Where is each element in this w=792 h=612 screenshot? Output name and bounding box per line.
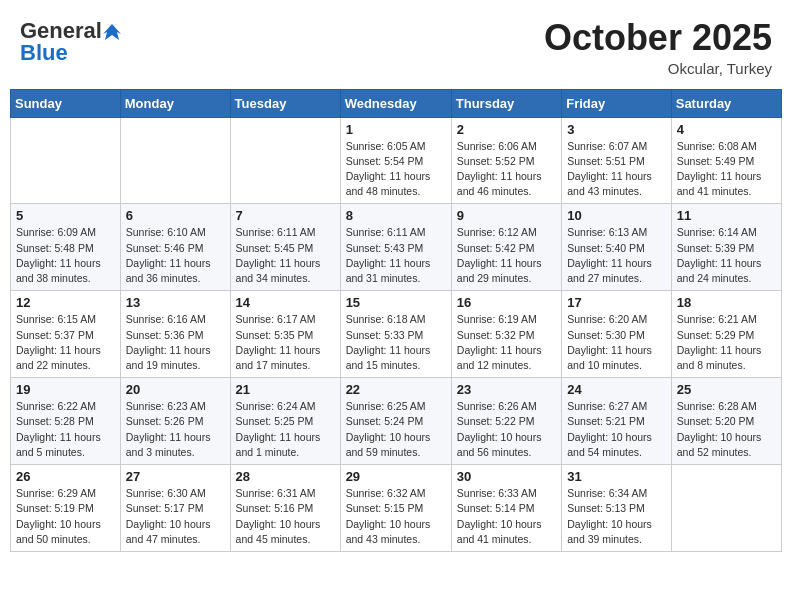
calendar-cell: 24Sunrise: 6:27 AMSunset: 5:21 PMDayligh…: [562, 378, 672, 465]
calendar-cell: [230, 117, 340, 204]
calendar-cell: 29Sunrise: 6:32 AMSunset: 5:15 PMDayligh…: [340, 465, 451, 552]
weekday-header-tuesday: Tuesday: [230, 89, 340, 117]
day-number: 25: [677, 382, 776, 397]
calendar-cell: 8Sunrise: 6:11 AMSunset: 5:43 PMDaylight…: [340, 204, 451, 291]
day-number: 21: [236, 382, 335, 397]
calendar-cell: 21Sunrise: 6:24 AMSunset: 5:25 PMDayligh…: [230, 378, 340, 465]
day-number: 27: [126, 469, 225, 484]
day-info: Sunrise: 6:32 AMSunset: 5:15 PMDaylight:…: [346, 486, 446, 547]
day-info: Sunrise: 6:18 AMSunset: 5:33 PMDaylight:…: [346, 312, 446, 373]
day-number: 24: [567, 382, 666, 397]
day-info: Sunrise: 6:10 AMSunset: 5:46 PMDaylight:…: [126, 225, 225, 286]
calendar-cell: 17Sunrise: 6:20 AMSunset: 5:30 PMDayligh…: [562, 291, 672, 378]
calendar-week-row: 26Sunrise: 6:29 AMSunset: 5:19 PMDayligh…: [11, 465, 782, 552]
day-info: Sunrise: 6:11 AMSunset: 5:45 PMDaylight:…: [236, 225, 335, 286]
weekday-header-monday: Monday: [120, 89, 230, 117]
calendar-cell: 11Sunrise: 6:14 AMSunset: 5:39 PMDayligh…: [671, 204, 781, 291]
month-title: October 2025: [544, 18, 772, 58]
day-number: 19: [16, 382, 115, 397]
day-info: Sunrise: 6:25 AMSunset: 5:24 PMDaylight:…: [346, 399, 446, 460]
calendar-cell: 19Sunrise: 6:22 AMSunset: 5:28 PMDayligh…: [11, 378, 121, 465]
day-number: 12: [16, 295, 115, 310]
calendar-cell: 16Sunrise: 6:19 AMSunset: 5:32 PMDayligh…: [451, 291, 561, 378]
day-number: 18: [677, 295, 776, 310]
day-number: 3: [567, 122, 666, 137]
day-info: Sunrise: 6:22 AMSunset: 5:28 PMDaylight:…: [16, 399, 115, 460]
calendar-cell: [11, 117, 121, 204]
calendar-week-row: 12Sunrise: 6:15 AMSunset: 5:37 PMDayligh…: [11, 291, 782, 378]
title-block: October 2025 Okcular, Turkey: [544, 18, 772, 77]
day-info: Sunrise: 6:30 AMSunset: 5:17 PMDaylight:…: [126, 486, 225, 547]
day-info: Sunrise: 6:23 AMSunset: 5:26 PMDaylight:…: [126, 399, 225, 460]
calendar-cell: [120, 117, 230, 204]
day-info: Sunrise: 6:12 AMSunset: 5:42 PMDaylight:…: [457, 225, 556, 286]
calendar-cell: 27Sunrise: 6:30 AMSunset: 5:17 PMDayligh…: [120, 465, 230, 552]
logo-bird-icon: [103, 22, 121, 40]
day-info: Sunrise: 6:09 AMSunset: 5:48 PMDaylight:…: [16, 225, 115, 286]
calendar-cell: 31Sunrise: 6:34 AMSunset: 5:13 PMDayligh…: [562, 465, 672, 552]
day-info: Sunrise: 6:20 AMSunset: 5:30 PMDaylight:…: [567, 312, 666, 373]
day-number: 17: [567, 295, 666, 310]
day-info: Sunrise: 6:19 AMSunset: 5:32 PMDaylight:…: [457, 312, 556, 373]
logo-blue: Blue: [20, 40, 68, 66]
day-number: 6: [126, 208, 225, 223]
day-info: Sunrise: 6:08 AMSunset: 5:49 PMDaylight:…: [677, 139, 776, 200]
calendar-cell: 2Sunrise: 6:06 AMSunset: 5:52 PMDaylight…: [451, 117, 561, 204]
day-info: Sunrise: 6:06 AMSunset: 5:52 PMDaylight:…: [457, 139, 556, 200]
day-number: 28: [236, 469, 335, 484]
calendar-cell: 6Sunrise: 6:10 AMSunset: 5:46 PMDaylight…: [120, 204, 230, 291]
day-info: Sunrise: 6:31 AMSunset: 5:16 PMDaylight:…: [236, 486, 335, 547]
day-info: Sunrise: 6:17 AMSunset: 5:35 PMDaylight:…: [236, 312, 335, 373]
day-info: Sunrise: 6:26 AMSunset: 5:22 PMDaylight:…: [457, 399, 556, 460]
logo: General Blue: [20, 18, 122, 66]
calendar-cell: 28Sunrise: 6:31 AMSunset: 5:16 PMDayligh…: [230, 465, 340, 552]
calendar-cell: 18Sunrise: 6:21 AMSunset: 5:29 PMDayligh…: [671, 291, 781, 378]
day-info: Sunrise: 6:29 AMSunset: 5:19 PMDaylight:…: [16, 486, 115, 547]
weekday-header-row: SundayMondayTuesdayWednesdayThursdayFrid…: [11, 89, 782, 117]
calendar-cell: 9Sunrise: 6:12 AMSunset: 5:42 PMDaylight…: [451, 204, 561, 291]
day-number: 29: [346, 469, 446, 484]
day-info: Sunrise: 6:05 AMSunset: 5:54 PMDaylight:…: [346, 139, 446, 200]
svg-marker-0: [103, 24, 121, 40]
day-number: 16: [457, 295, 556, 310]
day-number: 20: [126, 382, 225, 397]
calendar-cell: 22Sunrise: 6:25 AMSunset: 5:24 PMDayligh…: [340, 378, 451, 465]
calendar-cell: 20Sunrise: 6:23 AMSunset: 5:26 PMDayligh…: [120, 378, 230, 465]
day-info: Sunrise: 6:16 AMSunset: 5:36 PMDaylight:…: [126, 312, 225, 373]
location: Okcular, Turkey: [544, 60, 772, 77]
calendar-cell: [671, 465, 781, 552]
day-number: 7: [236, 208, 335, 223]
calendar-cell: 25Sunrise: 6:28 AMSunset: 5:20 PMDayligh…: [671, 378, 781, 465]
weekday-header-thursday: Thursday: [451, 89, 561, 117]
day-number: 15: [346, 295, 446, 310]
day-number: 14: [236, 295, 335, 310]
weekday-header-friday: Friday: [562, 89, 672, 117]
calendar-week-row: 1Sunrise: 6:05 AMSunset: 5:54 PMDaylight…: [11, 117, 782, 204]
calendar-cell: 30Sunrise: 6:33 AMSunset: 5:14 PMDayligh…: [451, 465, 561, 552]
day-info: Sunrise: 6:24 AMSunset: 5:25 PMDaylight:…: [236, 399, 335, 460]
calendar-cell: 1Sunrise: 6:05 AMSunset: 5:54 PMDaylight…: [340, 117, 451, 204]
calendar-cell: 14Sunrise: 6:17 AMSunset: 5:35 PMDayligh…: [230, 291, 340, 378]
day-number: 5: [16, 208, 115, 223]
day-info: Sunrise: 6:28 AMSunset: 5:20 PMDaylight:…: [677, 399, 776, 460]
day-info: Sunrise: 6:07 AMSunset: 5:51 PMDaylight:…: [567, 139, 666, 200]
day-number: 26: [16, 469, 115, 484]
day-number: 2: [457, 122, 556, 137]
day-info: Sunrise: 6:11 AMSunset: 5:43 PMDaylight:…: [346, 225, 446, 286]
day-number: 1: [346, 122, 446, 137]
weekday-header-sunday: Sunday: [11, 89, 121, 117]
calendar-cell: 15Sunrise: 6:18 AMSunset: 5:33 PMDayligh…: [340, 291, 451, 378]
weekday-header-wednesday: Wednesday: [340, 89, 451, 117]
calendar-cell: 12Sunrise: 6:15 AMSunset: 5:37 PMDayligh…: [11, 291, 121, 378]
day-number: 30: [457, 469, 556, 484]
day-number: 23: [457, 382, 556, 397]
day-info: Sunrise: 6:13 AMSunset: 5:40 PMDaylight:…: [567, 225, 666, 286]
calendar-cell: 4Sunrise: 6:08 AMSunset: 5:49 PMDaylight…: [671, 117, 781, 204]
page-header: General Blue October 2025 Okcular, Turke…: [10, 10, 782, 81]
calendar-cell: 13Sunrise: 6:16 AMSunset: 5:36 PMDayligh…: [120, 291, 230, 378]
day-number: 4: [677, 122, 776, 137]
calendar-cell: 3Sunrise: 6:07 AMSunset: 5:51 PMDaylight…: [562, 117, 672, 204]
day-info: Sunrise: 6:14 AMSunset: 5:39 PMDaylight:…: [677, 225, 776, 286]
weekday-header-saturday: Saturday: [671, 89, 781, 117]
calendar-cell: 23Sunrise: 6:26 AMSunset: 5:22 PMDayligh…: [451, 378, 561, 465]
